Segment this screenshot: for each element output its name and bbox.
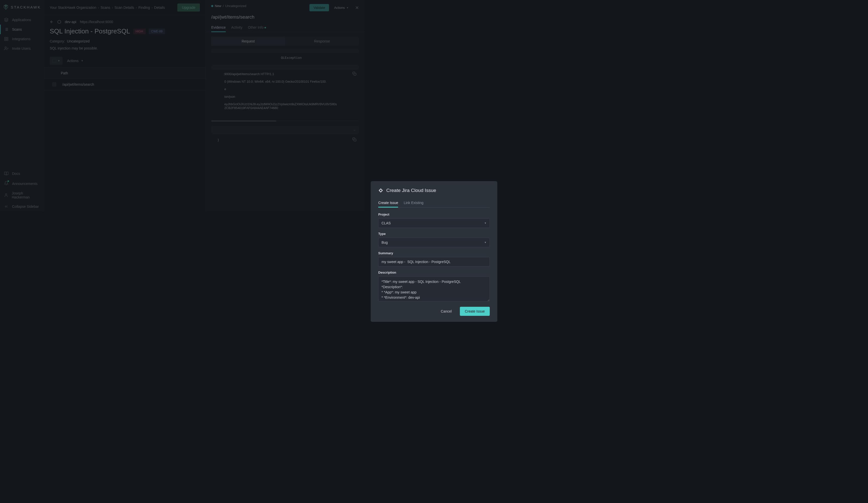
modal-overlay[interactable]: Create Jira Cloud Issue Create Issue Lin…: [0, 0, 364, 211]
